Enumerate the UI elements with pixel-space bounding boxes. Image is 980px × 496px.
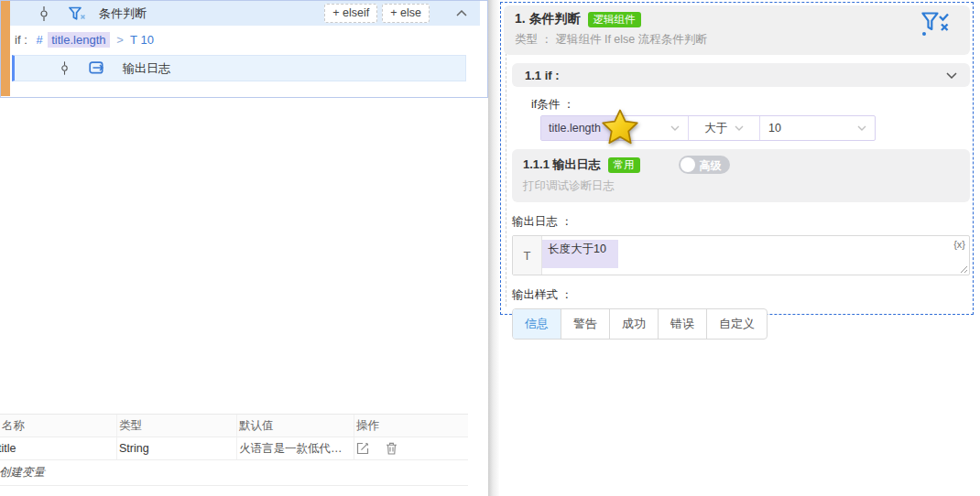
common-badge: 常用 [608,157,640,173]
app-root: 条件判断 + elseif + else if : # title.length… [0,0,980,496]
component-type-badge: 逻辑组件 [588,12,641,27]
tab-info[interactable]: 信息 [513,309,561,339]
star-cursor-icon [599,107,641,149]
if-operator: > [116,33,124,47]
if-field-token[interactable]: title.length [48,32,109,48]
inspector-title: 1. 条件判断 [515,11,581,27]
inspector-panel: 1. 条件判断 逻辑组件 类型 ： 逻辑组件 If else 流程条件判断 1.… [500,2,974,315]
if-keyword: if [15,33,21,47]
if-colon: : [24,33,27,47]
col-default: 默认值 [237,415,354,437]
var-default: 火语言是一款低代码... [239,441,349,457]
component-type-line: 类型 ： 逻辑组件 If else 流程条件判断 [515,32,959,48]
condition-operator-value: 大于 [704,121,727,136]
if-value: 10 [140,33,153,47]
toggle-knob [681,157,695,172]
if-section-bar[interactable]: 1.1 if : [512,63,970,87]
var-name: title [0,442,16,455]
log-text-segment[interactable]: 长度大于10 [542,240,618,268]
tab-error[interactable]: 错误 [658,309,706,339]
log-icon [89,60,106,76]
create-variable-link[interactable]: 创建变量 [0,460,468,486]
col-actions: 操作 [354,415,468,437]
panel-splitter[interactable] [488,0,499,496]
log-output-label: 输出日志 ： [512,214,970,230]
log-step-card: 1.1.1 输出日志 常用 高级 打印调试诊断日志 [512,149,970,202]
col-name: 名称 [0,415,117,437]
log-output-input[interactable]: 长度大于10 {x} [542,236,969,275]
condition-select-group: title.length 大于 10 [540,115,876,141]
log-output-node[interactable]: 输出日志 [12,55,466,81]
hash-marker: # [36,33,42,47]
insert-variable-icon[interactable]: {x} [953,239,965,250]
advanced-toggle[interactable]: 高级 [679,156,730,174]
variables-table: 名称 类型 默认值 操作 title String 火语言是一款低代码... 创… [0,414,468,486]
resize-handle-icon[interactable] [960,265,968,274]
ifelse-filter-icon [69,6,86,21]
edit-icon[interactable] [356,442,369,455]
if-type-marker: T [130,33,137,47]
inspector-header: 1. 条件判断 逻辑组件 类型 ： 逻辑组件 If else 流程条件判断 [504,5,970,55]
condition-value: 10 [768,122,781,135]
toggle-label: 高级 [700,158,722,174]
if-condition-label: if条件 ： [531,97,970,113]
drag-handle-icon[interactable] [39,6,49,21]
tab-custom[interactable]: 自定义 [706,309,767,339]
tab-success[interactable]: 成功 [609,309,658,339]
chevron-down-icon[interactable] [946,72,957,79]
add-elseif-button[interactable]: + elseif [324,4,377,23]
col-type: 类型 [117,415,237,437]
tree-guide-line [506,49,506,307]
flow-group-strip [1,1,10,96]
collapse-chevron-icon[interactable] [456,10,467,16]
add-else-button[interactable]: + else [382,4,430,23]
if-expression-row[interactable]: if : # title.length > T 10 [10,26,487,53]
condition-value-select[interactable]: 10 [760,116,875,140]
log-step-description: 打印调试诊断日志 [523,178,959,194]
flow-canvas: 条件判断 + elseif + else if : # title.length… [0,0,488,98]
condition-node-title: 条件判断 [99,5,147,22]
chevron-down-icon [670,125,680,131]
log-step-title: 1.1.1 输出日志 [523,156,601,173]
condition-operator-select[interactable]: 大于 [689,116,760,140]
chevron-down-icon [735,125,744,131]
table-row: title String 火语言是一款低代码... [0,437,468,460]
drag-handle-icon[interactable] [60,61,69,75]
delete-icon[interactable] [386,442,397,455]
chevron-down-icon [857,125,866,131]
if-section-title: 1.1 if : [525,69,560,82]
tab-warning[interactable]: 警告 [561,309,609,339]
variables-table-header: 名称 类型 默认值 操作 [0,414,468,437]
output-style-label: 输出样式 ： [512,287,970,303]
var-type: String [117,437,237,459]
log-output-input-group: T 长度大于10 {x} [512,235,970,275]
ifelse-check-filter-icon[interactable] [920,10,952,39]
output-style-tabs: 信息 警告 成功 错误 自定义 [512,308,768,340]
text-type-addon[interactable]: T [513,236,542,275]
condition-node-header[interactable]: 条件判断 + elseif + else [10,1,480,26]
log-node-title: 输出日志 [123,60,170,77]
